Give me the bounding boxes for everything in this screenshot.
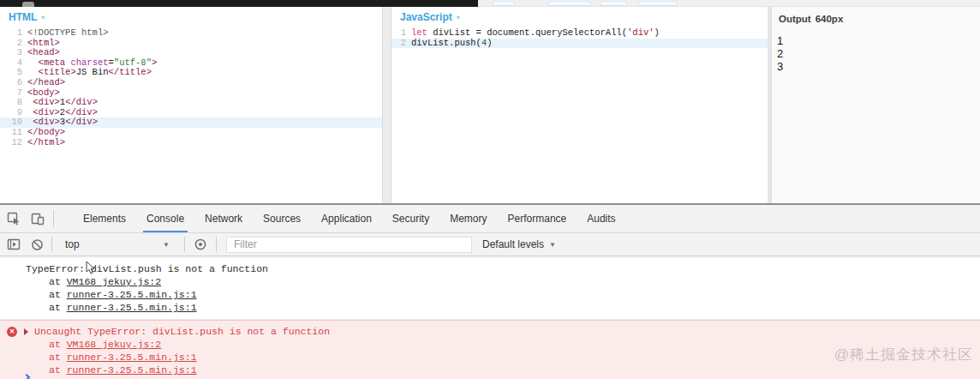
- line-number: 12: [0, 138, 22, 148]
- output-rendered-content: 123: [777, 34, 980, 74]
- device-toolbar-icon[interactable]: [31, 212, 45, 226]
- stack-frame: at VM168 jekuy.js:2: [0, 338, 980, 351]
- console-toolbar: top ▼ Default levels ▼: [0, 232, 980, 256]
- mouse-cursor-icon: [86, 262, 97, 278]
- eye-icon[interactable]: [193, 238, 208, 250]
- javascript-panel-header[interactable]: JavaScript ▾: [391, 7, 768, 27]
- screenshot-root: HTML ▾ 1<!DOCTYPE html>2<html>3<head>4 <…: [0, 0, 980, 379]
- console-log-message: TypeError: divList.push is not a functio…: [0, 258, 980, 320]
- error-stack-trace: at VM168 jekuy.js:2at runner-3.25.5.min.…: [0, 338, 980, 376]
- stack-frame: at runner-3.25.5.min.js:1: [0, 351, 980, 364]
- log-stack-trace: at VM168 jekuy.js:2at runner-3.25.5.min.…: [0, 275, 980, 314]
- execution-context-value: top: [65, 238, 80, 250]
- stack-frame-link[interactable]: runner-3.25.5.min.js:1: [67, 352, 197, 363]
- output-panel-title: Output: [779, 14, 811, 24]
- top-strip-button: [600, 1, 627, 6]
- html-code-editor[interactable]: 1<!DOCTYPE html>2<html>3<head>4 <meta ch…: [0, 28, 382, 147]
- code-line[interactable]: 12</html>: [0, 138, 382, 148]
- console-error-message: ✕ Uncaught TypeError: divList.push is no…: [0, 320, 980, 379]
- html-panel-header[interactable]: HTML ▾: [0, 7, 382, 27]
- inspect-element-icon[interactable]: [7, 212, 21, 226]
- top-strip-dark: [0, 0, 478, 7]
- output-line: 2: [777, 47, 980, 60]
- output-line: 3: [777, 60, 980, 73]
- tab-console[interactable]: Console: [140, 205, 190, 232]
- chevron-down-icon: ▼: [163, 241, 176, 249]
- execution-context-dropdown[interactable]: top ▼: [60, 238, 176, 250]
- toolbar-separator: [51, 237, 52, 252]
- tab-security[interactable]: Security: [386, 205, 435, 232]
- toolbar-separator: [216, 237, 217, 252]
- tab-sources[interactable]: Sources: [257, 205, 307, 232]
- top-strip-button: [493, 1, 515, 6]
- stack-frame-link[interactable]: VM168 jekuy.js:2: [67, 276, 161, 287]
- error-message-text: Uncaught TypeError: divList.push is not …: [0, 325, 980, 338]
- log-message-text: TypeError: divList.push is not a functio…: [0, 262, 980, 275]
- tab-application[interactable]: Application: [315, 205, 378, 232]
- devtools-toolbar-icons: [0, 212, 45, 226]
- line-number: 11: [0, 128, 22, 138]
- panel-divider[interactable]: [382, 7, 391, 203]
- stack-frame-link[interactable]: runner-3.25.5.min.js:1: [67, 302, 197, 313]
- output-panel-header: Output 640px: [772, 7, 980, 24]
- jsbin-editors: HTML ▾ 1<!DOCTYPE html>2<html>3<head>4 <…: [0, 7, 980, 203]
- stack-frame: at runner-3.25.5.min.js:1: [0, 288, 980, 301]
- chevron-down-icon[interactable]: ▾: [41, 13, 45, 21]
- output-line: 1: [777, 34, 980, 47]
- stack-frame: at runner-3.25.5.min.js:1: [0, 364, 980, 376]
- stack-frame: at runner-3.25.5.min.js:1: [0, 301, 980, 314]
- stack-frame-link[interactable]: VM168 jekuy.js:2: [67, 339, 161, 350]
- devtools-tabs: ElementsConsoleNetworkSourcesApplication…: [73, 205, 626, 232]
- devtools-tabbar: ElementsConsoleNetworkSourcesApplication…: [0, 205, 980, 232]
- output-width-label: 640px: [816, 14, 844, 24]
- line-number: 1: [391, 28, 406, 39]
- top-strip-light: [478, 0, 980, 7]
- tab-audits[interactable]: Audits: [581, 205, 621, 232]
- log-levels-dropdown[interactable]: Default levels ▼: [482, 238, 556, 250]
- top-strip-button: [638, 1, 678, 6]
- devtools: ElementsConsoleNetworkSourcesApplication…: [0, 203, 980, 379]
- tab-performance[interactable]: Performance: [502, 205, 573, 232]
- line-number: 6: [0, 78, 22, 88]
- tab-elements[interactable]: Elements: [77, 205, 132, 232]
- stack-frame-link[interactable]: runner-3.25.5.min.js:1: [67, 364, 197, 376]
- code-line[interactable]: 2divList.push(4): [391, 39, 768, 49]
- clear-console-icon[interactable]: [31, 238, 44, 251]
- chevron-down-icon: ▼: [549, 241, 556, 249]
- top-strip-button: [548, 1, 591, 6]
- stack-frame-link[interactable]: runner-3.25.5.min.js:1: [67, 289, 197, 300]
- error-icon: ✕: [7, 327, 17, 337]
- console-messages: TypeError: divList.push is not a functio…: [0, 258, 980, 379]
- javascript-panel-label: JavaScript: [400, 11, 452, 23]
- log-levels-value: Default levels: [482, 238, 544, 250]
- line-number: 2: [391, 39, 406, 49]
- output-panel: Output 640px 123: [771, 7, 980, 203]
- javascript-panel: JavaScript ▾ 1let divList = document.que…: [391, 7, 768, 203]
- stack-frame: at VM168 jekuy.js:2: [0, 275, 980, 288]
- html-panel: HTML ▾ 1<!DOCTYPE html>2<html>3<head>4 <…: [0, 7, 382, 203]
- html-panel-label: HTML: [9, 11, 37, 23]
- javascript-code-editor[interactable]: 1let divList = document.querySelectorAll…: [391, 28, 768, 48]
- watermark: @稀土掘金技术社区: [834, 345, 973, 364]
- console-drawer-icon[interactable]: [7, 238, 21, 250]
- line-number: 1: [0, 28, 22, 39]
- line-number: 8: [0, 98, 22, 108]
- tab-network[interactable]: Network: [199, 205, 248, 232]
- filter-input[interactable]: [226, 237, 472, 253]
- cropped-top-strip: [0, 0, 980, 7]
- toolbar-separator: [184, 237, 185, 252]
- chevron-down-icon[interactable]: ▾: [457, 13, 460, 21]
- toolbar-separator: [53, 210, 54, 227]
- expand-triangle-icon[interactable]: [24, 328, 28, 335]
- tab-memory[interactable]: Memory: [444, 205, 493, 232]
